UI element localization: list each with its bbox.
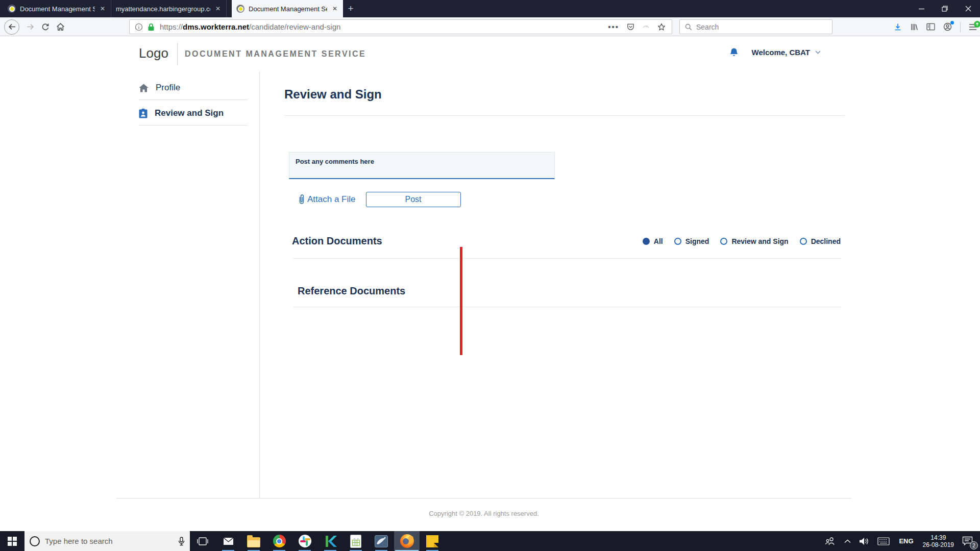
divider xyxy=(960,22,961,32)
restore-button[interactable] xyxy=(933,0,957,17)
page-actions-icon[interactable]: ••• xyxy=(608,22,619,31)
notification-count-badge: 2 xyxy=(970,541,978,549)
taskbar-clock[interactable]: 14:3926-08-2019 xyxy=(919,531,958,551)
filter-all[interactable]: All xyxy=(643,237,663,245)
taskbar-app-mysql-workbench[interactable] xyxy=(369,531,394,551)
taskbar-search[interactable] xyxy=(24,531,190,551)
sidebar-item-profile[interactable]: Profile xyxy=(139,81,252,94)
site-header: Logo DOCUMENT MANAGEMENT SERVICE Welcome… xyxy=(116,36,851,72)
web-page: Logo DOCUMENT MANAGEMENT SERVICE Welcome… xyxy=(0,36,980,531)
user-menu[interactable]: Welcome, CBAT xyxy=(752,48,821,57)
close-tab-icon[interactable]: ✕ xyxy=(214,4,222,13)
taskbar-search-input[interactable] xyxy=(45,537,173,545)
taskbar-app-libreoffice-calc[interactable]: ⌄⌄ xyxy=(343,531,369,551)
search-icon xyxy=(685,23,692,31)
task-view-button[interactable] xyxy=(190,531,215,551)
divider xyxy=(139,99,248,100)
screenshot-icon[interactable] xyxy=(642,23,650,31)
sidebars-icon[interactable] xyxy=(926,23,935,31)
downloads-icon[interactable] xyxy=(894,23,902,31)
url-text: https://dms.workterra.net/candidate/revi… xyxy=(160,22,602,31)
reload-button[interactable] xyxy=(41,23,50,31)
close-tab-icon[interactable]: ✕ xyxy=(331,4,338,13)
tab-document-management-1[interactable]: Document Management Servic ✕ xyxy=(3,0,111,17)
account-icon[interactable] xyxy=(943,22,952,31)
microphone-icon[interactable] xyxy=(178,537,185,546)
slack-icon xyxy=(299,535,311,547)
close-tab-icon[interactable]: ✕ xyxy=(99,4,106,13)
k-app-icon xyxy=(324,535,337,548)
account-notification-dot xyxy=(950,21,954,24)
sidebar-item-review-and-sign[interactable]: Review and Sign xyxy=(139,107,252,120)
tab-document-management-active[interactable]: Document Management Servic ✕ xyxy=(232,0,343,17)
menu-hamburger-icon[interactable] xyxy=(969,23,977,31)
filter-review-and-sign[interactable]: Review and Sign xyxy=(720,237,788,245)
browser-search[interactable] xyxy=(679,19,832,34)
tab-myattendance[interactable]: myattendance.harbingergroup.com ✕ xyxy=(111,0,227,17)
filter-label: Declined xyxy=(811,237,841,245)
filter-declined[interactable]: Declined xyxy=(800,237,841,245)
back-button[interactable] xyxy=(4,19,19,35)
taskbar-app-firefox[interactable] xyxy=(394,531,420,551)
attach-file-button[interactable]: Attach a File xyxy=(298,193,356,206)
home-button[interactable] xyxy=(56,22,65,31)
date: 26-08-2019 xyxy=(923,541,954,548)
comment-input[interactable]: Post any comments here xyxy=(289,152,555,179)
main-content: Review and Sign Post any comments here A… xyxy=(284,87,846,116)
sidebar: Profile Review and Sign xyxy=(139,81,252,132)
taskbar-app-k[interactable] xyxy=(317,531,343,551)
filter-label: All xyxy=(654,237,663,245)
taskbar-app-sticky-notes[interactable] xyxy=(420,531,445,551)
tab-title: Document Management Servic xyxy=(20,5,95,13)
filter-label: Signed xyxy=(685,237,709,245)
bookmark-star-icon[interactable] xyxy=(657,23,666,31)
red-annotation-line xyxy=(460,247,462,355)
sidebar-item-label: Profile xyxy=(156,83,180,93)
close-button[interactable] xyxy=(957,0,980,17)
forward-button[interactable] xyxy=(26,22,35,31)
new-tab-button[interactable]: + xyxy=(343,0,358,17)
comment-placeholder: Post any comments here xyxy=(296,158,374,165)
document-filters: All Signed Review and Sign Declined xyxy=(643,237,841,245)
taskbar: ⌄⌄ ENG 14:3926-08-2019 2 xyxy=(0,531,980,551)
site-footer: Copyright © 2019. All rights reserved. xyxy=(116,498,851,531)
tab-title: myattendance.harbingergroup.com xyxy=(116,5,210,13)
site-info-icon[interactable] xyxy=(135,23,143,31)
taskbar-app-file-explorer[interactable] xyxy=(241,531,266,551)
url-bar[interactable]: https://dms.workterra.net/candidate/revi… xyxy=(129,19,672,34)
mysql-workbench-icon xyxy=(375,535,388,547)
url-scheme: https:// xyxy=(160,22,183,31)
divider xyxy=(293,307,841,307)
screen: Document Management Servic ✕ myattendanc… xyxy=(0,0,980,551)
start-button[interactable] xyxy=(0,531,24,551)
action-center-icon[interactable]: 2 xyxy=(958,531,980,551)
touch-keyboard-icon[interactable] xyxy=(873,531,894,551)
window-controls xyxy=(910,0,980,17)
people-icon[interactable] xyxy=(821,531,840,551)
browser-titlebar: Document Management Servic ✕ myattendanc… xyxy=(0,0,980,17)
radio-icon xyxy=(643,238,650,245)
notification-bell-icon[interactable] xyxy=(729,47,739,57)
pocket-icon[interactable] xyxy=(627,23,634,31)
section-title-reference-documents: Reference Documents xyxy=(298,285,405,297)
divider xyxy=(177,43,178,65)
radio-icon xyxy=(674,238,681,245)
tab-title: Document Management Servic xyxy=(249,5,327,13)
taskbar-app-mail[interactable] xyxy=(215,531,241,551)
sidebar-item-label: Review and Sign xyxy=(155,108,224,118)
filter-signed[interactable]: Signed xyxy=(674,237,709,245)
divider xyxy=(139,125,248,126)
tray-chevron-up-icon[interactable] xyxy=(840,531,855,551)
sticky-notes-icon xyxy=(426,535,438,547)
library-icon[interactable] xyxy=(910,23,918,31)
language-indicator[interactable]: ENG xyxy=(894,531,918,551)
browser-toolbar: https://dms.workterra.net/candidate/revi… xyxy=(0,17,980,36)
minimize-button[interactable] xyxy=(910,0,933,17)
volume-icon[interactable] xyxy=(855,531,873,551)
search-input[interactable] xyxy=(696,23,827,31)
welcome-label: Welcome, CBAT xyxy=(752,48,810,57)
taskbar-app-chrome[interactable] xyxy=(266,531,292,551)
taskbar-app-slack[interactable] xyxy=(292,531,317,551)
update-badge-icon xyxy=(974,21,980,28)
post-button[interactable]: Post xyxy=(366,192,461,207)
